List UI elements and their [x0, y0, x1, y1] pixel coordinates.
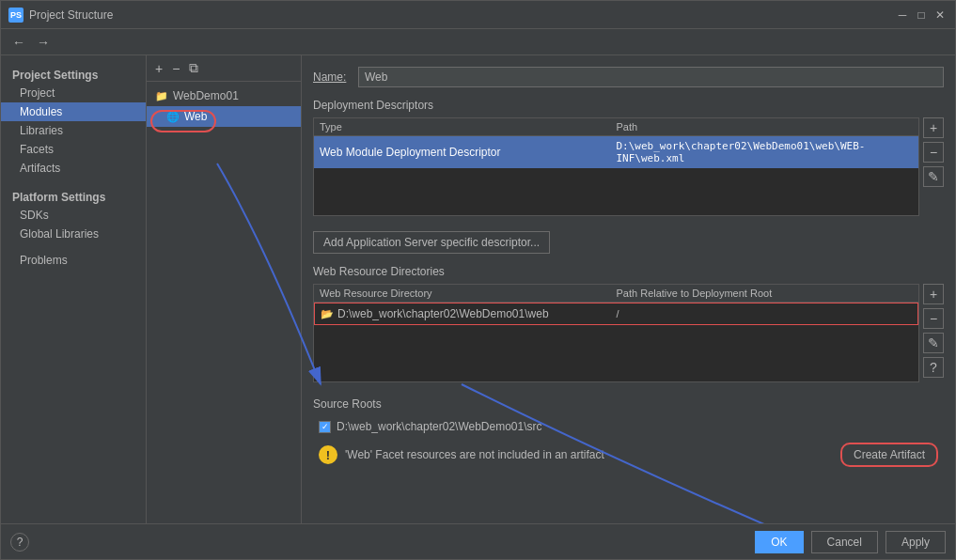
web-resource-title: Web Resource Directories — [313, 265, 944, 278]
source-root-checkbox[interactable]: ✓ — [319, 421, 331, 433]
project-structure-window: PS Project Structure ─ □ ✕ ← → Project S… — [0, 0, 956, 560]
source-roots-item: ✓ D:\web_work\chapter02\WebDemo01\src — [313, 416, 944, 437]
deployment-table-empty — [314, 168, 918, 215]
bottom-bar: ? OK Cancel Apply — [1, 523, 955, 559]
bottom-right-buttons: OK Cancel Apply — [755, 531, 946, 553]
descriptor-path-cell: D:\web_work\chapter02\WebDemo01\web\WEB-… — [617, 140, 914, 164]
tree-copy-button[interactable]: ⧉ — [186, 58, 201, 78]
web-resource-remove-button[interactable]: − — [923, 308, 944, 329]
content-wrapper: Project Settings Project Modules Librari… — [1, 55, 955, 523]
deployment-descriptors-header: Type Path — [314, 118, 918, 136]
web-resource-dir-cell: 📂 D:\web_work\chapter02\WebDemo01\web — [321, 307, 617, 320]
deployment-remove-button[interactable]: − — [923, 142, 944, 163]
deployment-descriptors-title: Deployment Descriptors — [313, 99, 944, 112]
web-resource-area: Web Resource Directory Path Relative to … — [313, 284, 944, 386]
cancel-button[interactable]: Cancel — [811, 531, 878, 553]
web-resource-empty — [314, 325, 918, 381]
web-resource-edit-button[interactable]: ✎ — [923, 333, 944, 353]
deployment-descriptors-area: Type Path Web Module Deployment Descript… — [313, 117, 944, 224]
tree-add-button[interactable]: + — [152, 59, 165, 78]
sidebar-item-global-libraries[interactable]: Global Libraries — [1, 225, 146, 243]
ok-button[interactable]: OK — [755, 531, 803, 553]
web-resource-side-buttons: + − ✎ ? — [923, 284, 944, 386]
content: Project Settings Project Modules Librari… — [1, 55, 955, 523]
warning-row: ! 'Web' Facet resources are not included… — [313, 437, 944, 473]
sidebar-item-project[interactable]: Project — [1, 84, 146, 102]
tree-content: 📁 WebDemo01 🌐 Web — [147, 82, 301, 523]
apply-button[interactable]: Apply — [885, 531, 946, 553]
source-roots-title: Source Roots — [313, 397, 944, 411]
sidebar-item-problems[interactable]: Problems — [1, 251, 146, 270]
web-resource-relpath-cell: / — [617, 308, 913, 319]
folder-icon: 📁 — [154, 88, 169, 103]
maximize-button[interactable]: □ — [914, 8, 929, 23]
tree-toolbar: + − ⧉ — [147, 55, 301, 82]
web-resource-dir-header: Web Resource Directory — [320, 288, 617, 299]
tree-remove-button[interactable]: − — [169, 59, 182, 78]
project-settings-title: Project Settings — [1, 63, 146, 84]
window-icon: PS — [8, 8, 24, 23]
sidebar-item-facets[interactable]: Facets — [1, 140, 146, 159]
warning-text: 'Web' Facet resources are not included i… — [345, 448, 833, 461]
name-label: Name: — [313, 70, 351, 84]
title-bar: PS Project Structure ─ □ ✕ — [1, 1, 955, 29]
web-resource-table: Web Resource Directory Path Relative to … — [313, 284, 919, 382]
deployment-side-buttons: + − ✎ — [923, 117, 944, 224]
web-resource-path-header: Path Relative to Deployment Root — [617, 288, 914, 299]
type-column-header: Type — [320, 121, 617, 132]
sidebar: Project Settings Project Modules Librari… — [1, 55, 147, 523]
descriptor-type-cell: Web Module Deployment Descriptor — [320, 146, 617, 159]
title-bar-controls: ─ □ ✕ — [895, 8, 948, 23]
close-button[interactable]: ✕ — [932, 8, 948, 23]
platform-settings-title: Platform Settings — [1, 185, 146, 206]
checkbox-check: ✓ — [321, 422, 329, 431]
web-module-icon: 🌐 — [165, 109, 180, 124]
tree-item-webdemo01[interactable]: 📁 WebDemo01 — [147, 86, 301, 106]
web-resource-header: Web Resource Directory Path Relative to … — [314, 285, 918, 303]
tree-panel: + − ⧉ 📁 WebDemo01 🌐 Web — [147, 55, 302, 523]
deployment-add-button[interactable]: + — [923, 117, 944, 138]
web-resource-row[interactable]: 📂 D:\web_work\chapter02\WebDemo01\web / — [314, 303, 918, 325]
back-button[interactable]: ← — [8, 33, 29, 52]
web-resource-dir-icon: 📂 — [321, 308, 334, 320]
forward-button[interactable]: → — [33, 33, 54, 52]
warning-icon: ! — [319, 445, 337, 464]
sidebar-item-libraries[interactable]: Libraries — [1, 121, 146, 140]
source-root-path: D:\web_work\chapter02\WebDemo01\src — [337, 420, 542, 433]
web-item-wrapper: 🌐 Web — [147, 106, 301, 127]
source-roots-section: Source Roots ✓ D:\web_work\chapter02\Web… — [313, 397, 944, 437]
deployment-descriptors-table: Type Path Web Module Deployment Descript… — [313, 117, 919, 216]
add-descriptor-button[interactable]: Add Application Server specific descript… — [313, 231, 550, 254]
sidebar-item-modules[interactable]: Modules — [1, 102, 146, 121]
sidebar-divider — [1, 178, 146, 185]
add-descriptor-row: Add Application Server specific descript… — [313, 231, 944, 254]
window-title: Project Structure — [29, 8, 895, 22]
minimize-button[interactable]: ─ — [895, 8, 910, 23]
tree-item-web[interactable]: 🌐 Web — [147, 106, 301, 127]
nav-bar: ← → — [1, 29, 955, 55]
sidebar-item-artifacts[interactable]: Artifacts — [1, 159, 146, 178]
path-column-header: Path — [617, 121, 914, 132]
create-artifact-button[interactable]: Create Artifact — [840, 443, 938, 467]
sidebar-item-sdks[interactable]: SDKs — [1, 206, 146, 225]
main-panel: Name: Deployment Descriptors Type Path W… — [302, 55, 955, 523]
deployment-edit-button[interactable]: ✎ — [923, 166, 944, 187]
name-input[interactable] — [358, 67, 944, 87]
name-field-row: Name: — [313, 67, 944, 87]
deployment-descriptor-row[interactable]: Web Module Deployment Descriptor D:\web_… — [314, 136, 918, 168]
web-resource-add-button[interactable]: + — [923, 284, 944, 304]
web-resource-help-button[interactable]: ? — [923, 357, 944, 378]
sidebar-divider-2 — [1, 243, 146, 251]
help-button[interactable]: ? — [10, 533, 29, 552]
